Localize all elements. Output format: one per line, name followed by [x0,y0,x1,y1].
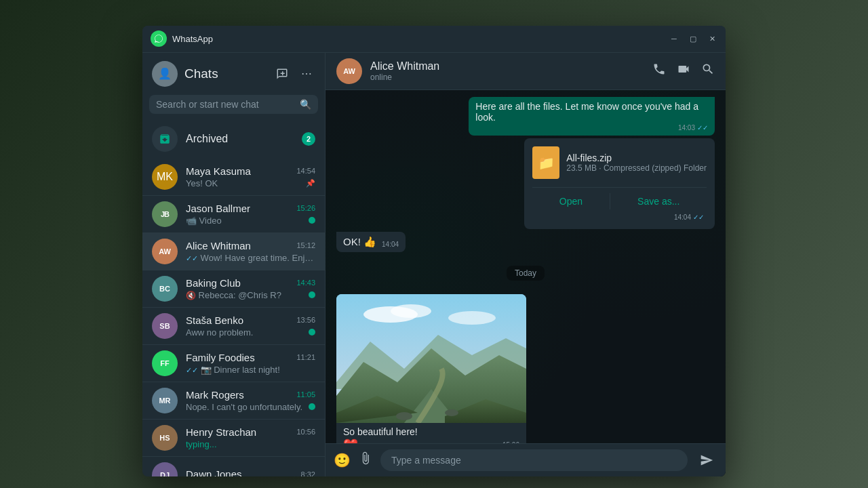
chat-name-henry: Henry Strachan [186,426,256,438]
file-action-divider [610,193,610,209]
svg-point-10 [445,409,458,416]
search-chat-button[interactable] [701,62,715,79]
chat-preview-family: ✓✓ 📷 Dinner last night! [186,365,315,375]
chat-item-baking[interactable]: BC Baking Club 14:43 🔇 Rebecca: @Chris R… [142,270,325,308]
send-button[interactable] [696,449,717,471]
chat-preview-alice: ✓✓ Wow! Have great time. Enjoy. [186,253,315,263]
svg-point-3 [448,311,496,325]
sidebar-icons: ⋯ [273,65,315,83]
chat-info-family: Family Foodies 11:21 ✓✓ 📷 Dinner last ni… [186,352,315,375]
maximize-button[interactable]: ▢ [688,33,698,44]
messages-container: Here are all the files. Let me know once… [326,90,726,443]
sidebar: 👤 Chats ⋯ 🔍 [142,53,326,476]
open-file-button[interactable]: Open [546,193,596,209]
chat-item-mark[interactable]: MR Mark Rogers 11:05 Nope. I can't go un… [142,382,325,420]
online-dot-stasa [309,329,315,336]
read-receipt-file: ✓✓ [693,214,704,221]
avatar-alice: AW [152,239,178,264]
search-box[interactable]: 🔍 [149,95,318,114]
file-icon: 📁 [532,146,559,179]
chat-header-icons [652,62,715,79]
chat-name-jason: Jason Ballmer [186,203,250,214]
search-input[interactable] [156,99,294,110]
new-chat-button[interactable] [273,65,291,83]
save-file-button[interactable]: Save as... [624,193,693,209]
chat-name-family: Family Foodies [186,352,255,363]
chat-info-jason: Jason Ballmer 15:26 📹 Video [186,203,315,226]
chat-preview-mark: Nope. I can't go unfortunately. [186,402,306,412]
unread-dot-baking [309,291,315,298]
chat-item-alice[interactable]: AW Alice Whitman 15:12 ✓✓ Wow! Have grea… [142,233,325,270]
close-button[interactable]: ✕ [707,33,717,44]
chat-info-maya: Maya Kasuma 14:54 Yes! OK 📌 [186,165,315,188]
search-container: 🔍 [142,92,325,119]
msg-time-ok: 14:04 [382,241,399,248]
archived-badge: 2 [302,132,315,146]
online-dot-mark [309,403,315,410]
chat-time-maya: 14:54 [296,167,315,175]
chat-preview-baking: 🔇 Rebecca: @Chris R? [186,290,306,300]
archived-row[interactable]: Archived 2 [142,119,325,159]
app-window: WhatsApp ─ ▢ ✕ 👤 Chats [142,26,726,476]
contact-info: Alice Whitman online [370,60,644,82]
badges-baking [309,291,315,298]
avatar-maya: MK [152,164,178,190]
date-divider-label: Today [507,266,545,281]
chat-name-maya: Maya Kasuma [186,165,251,177]
chat-name-dawn: Dawn Jones [186,468,242,476]
minimize-button[interactable]: ─ [669,33,679,44]
input-area: 🙂 [326,443,726,476]
app-title: WhatsApp [172,34,669,44]
file-msg-time: 14:04 ✓✓ [532,214,707,221]
unread-dot-jason [309,217,315,224]
contact-status: online [370,73,644,82]
message-time-sent-1: 14:03 ✓✓ [475,124,708,131]
attach-button[interactable] [359,451,372,468]
title-bar: WhatsApp ─ ▢ ✕ [142,26,726,53]
chat-time-alice: 15:12 [296,241,315,249]
file-divider [532,187,707,188]
chat-name-baking: Baking Club [186,277,241,289]
badges-mark [309,403,315,410]
avatar-jason: JB [152,201,178,227]
svg-point-2 [391,304,431,318]
video-call-button[interactable] [677,62,690,79]
chat-item-stasa[interactable]: SB Staša Benko 13:56 Aww no problem. [142,308,325,345]
chat-preview-jason: 📹 Video [186,216,306,226]
chat-item-maya[interactable]: MK Maya Kasuma 14:54 Yes! OK 📌 [142,159,325,196]
message-text-ok: OK! 👍 [343,236,376,248]
more-options-button[interactable]: ⋯ [298,65,315,83]
avatar-dawn: DJ [152,462,178,476]
chat-time-baking: 14:43 [296,279,315,287]
chat-info-alice: Alice Whitman 15:12 ✓✓ Wow! Have great t… [186,240,315,263]
chat-header: AW Alice Whitman online [326,53,726,90]
chat-list: MK Maya Kasuma 14:54 Yes! OK 📌 [142,159,325,476]
chat-preview-maya: Yes! OK [186,178,303,188]
mountain-image[interactable] [336,294,526,423]
file-bubble: 📁 All-files.zip 23.5 MB · Compressed (zi… [524,138,715,229]
message-input[interactable] [380,449,688,471]
contact-avatar[interactable]: AW [336,58,362,84]
caption-emoji: ❤️ [343,438,358,443]
message-text-sent-1: Here are all the files. Let me know once… [475,101,698,123]
chat-item-henry[interactable]: HS Henry Strachan 10:56 typing... [142,420,325,457]
file-actions: Open Save as... [532,193,707,209]
file-size: 23.5 MB · Compressed (zipped) Folder [566,163,707,173]
message-bubble-sent-1: Here are all the files. Let me know once… [469,97,715,136]
chat-info-stasa: Staša Benko 13:56 Aww no problem. [186,314,315,338]
emoji-button[interactable]: 🙂 [334,452,351,468]
chat-item-jason[interactable]: JB Jason Ballmer 15:26 📹 Video [142,196,325,233]
avatar-mark: MR [152,388,178,413]
chat-item-family[interactable]: FF Family Foodies 11:21 ✓✓ 📷 Dinner last… [142,345,325,382]
chat-time-dawn: 8:32 [301,470,315,476]
sidebar-header: 👤 Chats ⋯ [142,53,325,92]
chat-info-baking: Baking Club 14:43 🔇 Rebecca: @Chris R? [186,277,315,300]
search-icon: 🔍 [300,99,311,110]
chat-item-dawn[interactable]: DJ Dawn Jones 8:32 [142,457,325,476]
user-avatar[interactable]: 👤 [152,61,178,87]
avatar-family: FF [152,350,178,376]
voice-call-button[interactable] [652,62,666,79]
pin-icon-maya: 📌 [306,179,315,188]
avatar-stasa: SB [152,313,178,339]
app-logo [151,30,167,47]
